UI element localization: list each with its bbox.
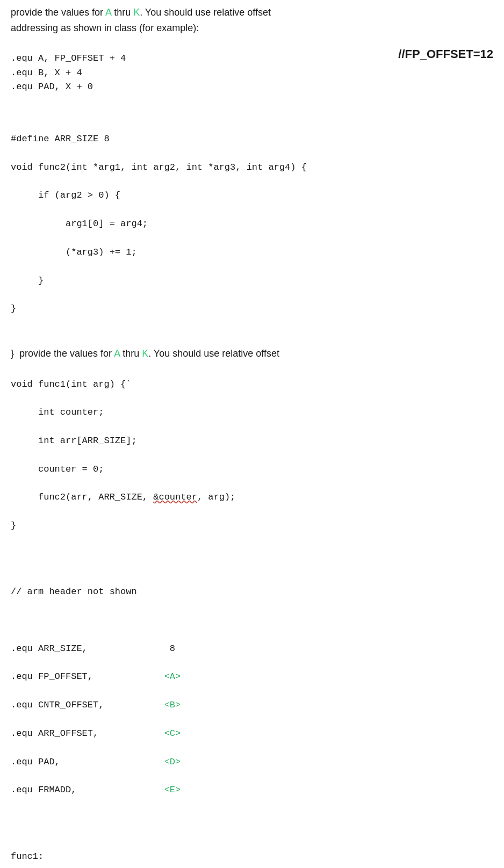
- code-asm-func1: func1: push {r4-r5, fp, lr} add fp, sp, …: [11, 835, 493, 868]
- intro-prose-2: addressing as shown in class (for exampl…: [11, 21, 493, 35]
- intro-prose-3: } provide the values for A thru K. You s…: [11, 346, 493, 361]
- intro-prose-1: provide the values for A thru K. You sho…: [11, 5, 493, 20]
- code-asm-comment: // arm header not shown: [11, 571, 493, 627]
- code-equ-block: .equ A, FP_OFFSET + 4 .equ B, X + 4 .equ…: [11, 38, 382, 108]
- page-content: provide the values for A thru K. You sho…: [0, 0, 504, 868]
- code-func1-c: void func1(int arg) {` int counter; int …: [11, 363, 493, 561]
- code-func2: #define ARR_SIZE 8 void func2(int *arg1,…: [11, 118, 493, 345]
- fp-offset-note: //FP_OFFSET=12: [398, 47, 493, 61]
- code-asm-equs: .equ ARR_SIZE, 8 .equ FP_OFFSET, <A> .eq…: [11, 627, 493, 826]
